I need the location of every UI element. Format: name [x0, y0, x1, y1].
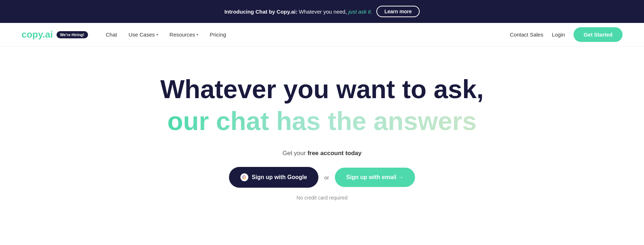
hero-section: Whatever you want to ask, our chat has t…	[0, 47, 644, 222]
cta-prefix: Get your	[282, 150, 307, 157]
cta-bold: free account today	[307, 150, 361, 157]
nav-use-cases[interactable]: Use Cases ▾	[128, 32, 158, 38]
logo-copy: copy	[21, 29, 43, 40]
contact-sales-link[interactable]: Contact Sales	[510, 32, 543, 38]
nav-pricing-label: Pricing	[210, 32, 226, 38]
chevron-down-icon: ▾	[156, 33, 158, 37]
nav-use-cases-label: Use Cases	[128, 32, 155, 38]
google-icon: G	[240, 173, 248, 181]
hero-title: Whatever you want to ask,	[160, 75, 484, 104]
top-banner: Introducing Chat by Copy.ai: Whatever yo…	[0, 0, 644, 23]
banner-highlight: just ask it.	[348, 9, 372, 15]
get-started-button[interactable]: Get Started	[574, 27, 623, 42]
hiring-badge[interactable]: We're Hiring!	[57, 31, 88, 38]
or-separator: or	[324, 174, 329, 181]
nav-resources[interactable]: Resources ▾	[170, 32, 199, 38]
nav-right: Contact Sales Login Get Started	[510, 27, 623, 42]
logo-ai: ai	[45, 29, 53, 40]
nav-pricing[interactable]: Pricing	[210, 32, 226, 38]
nav-chat[interactable]: Chat	[106, 32, 117, 38]
logo[interactable]: copy.ai	[21, 29, 53, 40]
no-credit-card-text: No credit card required	[297, 195, 347, 201]
signup-google-button[interactable]: G Sign up with Google	[229, 167, 319, 188]
navbar: copy.ai We're Hiring! Chat Use Cases ▾ R…	[0, 23, 644, 47]
signup-email-button[interactable]: Sign up with email →	[335, 168, 415, 187]
nav-chat-label: Chat	[106, 32, 117, 38]
nav-resources-label: Resources	[170, 32, 195, 38]
signup-google-label: Sign up with Google	[252, 174, 307, 181]
hero-subtitle: our chat has the answers	[167, 107, 477, 135]
hero-cta-text: Get your free account today	[282, 150, 361, 157]
chevron-down-icon: ▾	[196, 33, 198, 37]
banner-text: Introducing Chat by Copy.ai: Whatever yo…	[224, 9, 372, 15]
cta-buttons: G Sign up with Google or Sign up with em…	[229, 167, 415, 188]
logo-dot: .	[43, 29, 45, 40]
learn-more-button[interactable]: Learn more	[376, 6, 419, 17]
banner-normal: Whatever you need,	[299, 9, 347, 15]
nav-links: Chat Use Cases ▾ Resources ▾ Pricing	[106, 32, 496, 38]
login-link[interactable]: Login	[552, 32, 565, 38]
logo-area: copy.ai We're Hiring!	[21, 29, 88, 40]
banner-bold: Introducing Chat by Copy.ai:	[224, 9, 297, 15]
